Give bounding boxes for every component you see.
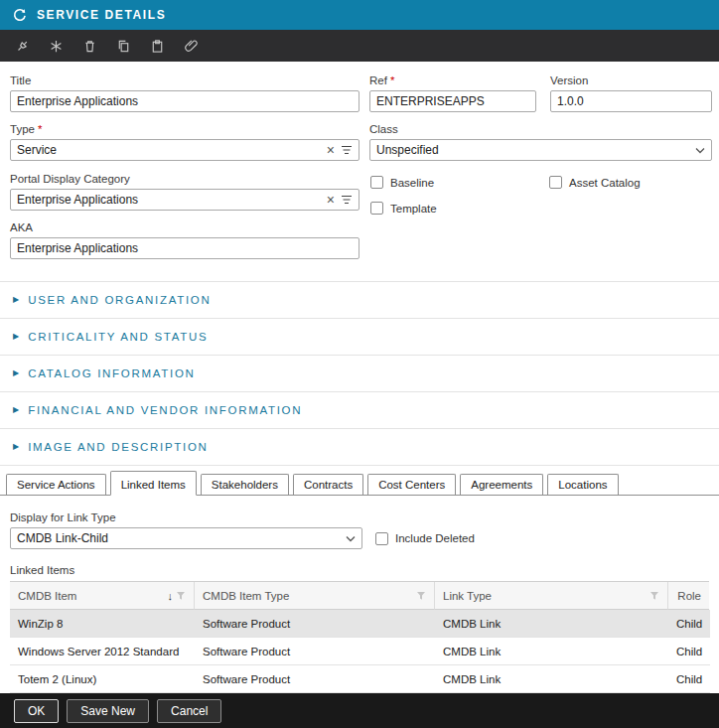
filter-icon[interactable] (649, 591, 659, 601)
link-type-select[interactable]: CMDB Link-Child (10, 527, 362, 549)
copy-icon[interactable] (116, 39, 131, 54)
required-marker: * (38, 123, 42, 135)
version-input[interactable] (550, 90, 712, 112)
table-row[interactable]: WinZip 8 Software Product CMDB Link Chil… (10, 610, 709, 638)
paste-icon[interactable] (150, 39, 165, 54)
portal-display-category-combo[interactable]: Enterprise Applications × (10, 189, 360, 211)
asset-catalog-label: Asset Catalog (569, 177, 641, 189)
cell-link-type[interactable]: CMDB Link (435, 638, 668, 665)
refresh-icon[interactable] (12, 8, 27, 23)
clear-icon[interactable]: × (327, 193, 335, 207)
cell-link-type[interactable]: CMDB Link (435, 610, 668, 638)
form-area: Title Ref* Version Type* Service × Class… (0, 62, 719, 281)
class-label: Class (369, 123, 712, 135)
aka-input[interactable] (10, 237, 360, 259)
list-filter-icon[interactable] (341, 144, 353, 156)
pin-icon[interactable] (15, 39, 30, 54)
column-header-cmdb-item-type[interactable]: CMDB Item Type (195, 582, 435, 610)
tab-locations[interactable]: Locations (547, 474, 618, 495)
clear-icon[interactable]: × (327, 143, 335, 157)
sort-desc-icon: ↓ (168, 590, 174, 602)
column-header-cmdb-item[interactable]: CMDB Item ↓ (10, 582, 195, 610)
link-type-value: CMDB Link-Child (17, 531, 340, 545)
footer-bar: OK Save New Cancel (0, 693, 719, 728)
column-header-link-type[interactable]: Link Type (435, 582, 668, 610)
toolbar (0, 30, 719, 62)
filter-icon[interactable] (176, 591, 186, 601)
asset-catalog-checkbox[interactable] (549, 176, 562, 189)
linked-items-label: Linked Items (10, 564, 719, 576)
baseline-label: Baseline (390, 177, 434, 189)
chevron-down-icon (695, 147, 705, 154)
ok-button[interactable]: OK (14, 699, 59, 723)
baseline-checkbox-row: Baseline (370, 176, 434, 189)
tab-stakeholders[interactable]: Stakeholders (201, 474, 289, 495)
link-type-label: Display for Link Type (10, 511, 719, 523)
ref-label: Ref* (369, 74, 536, 86)
class-value: Unspecified (376, 143, 689, 157)
section-financial-and-vendor-information[interactable]: ▶ FINANCIAL AND VENDOR INFORMATION (0, 391, 719, 428)
cell-cmdb-item[interactable]: WinZip 8 (10, 610, 195, 638)
version-label: Version (550, 74, 712, 86)
cell-role[interactable]: Child (668, 665, 710, 693)
collapsible-sections: ▶ USER AND ORGANIZATION ▶ CRITICALITY AN… (0, 281, 719, 466)
attachment-icon[interactable] (184, 39, 199, 54)
title-input[interactable] (10, 90, 360, 112)
column-header-role[interactable]: Role (668, 582, 709, 610)
section-criticality-and-status[interactable]: ▶ CRITICALITY AND STATUS (0, 318, 719, 355)
save-new-button[interactable]: Save New (67, 699, 149, 723)
type-value: Service (17, 143, 321, 157)
cell-cmdb-item-type[interactable]: Software Product (195, 665, 435, 693)
portal-display-category-value: Enterprise Applications (17, 193, 321, 207)
filter-icon[interactable] (416, 591, 426, 601)
tab-bar: Service Actions Linked Items Stakeholder… (0, 470, 719, 496)
delete-icon[interactable] (82, 39, 97, 54)
titlebar: SERVICE DETAILS (0, 0, 719, 30)
tab-cost-centers[interactable]: Cost Centers (367, 474, 456, 495)
cell-role[interactable]: Child (668, 610, 710, 638)
class-select[interactable]: Unspecified (369, 139, 712, 161)
type-label: Type* (10, 123, 360, 135)
expand-icon: ▶ (13, 406, 19, 414)
table-row[interactable]: Totem 2 (Linux) Software Product CMDB Li… (10, 665, 709, 693)
template-checkbox-row: Template (370, 202, 437, 215)
cell-cmdb-item[interactable]: Totem 2 (Linux) (10, 665, 195, 693)
expand-icon: ▶ (13, 443, 19, 451)
section-image-and-description[interactable]: ▶ IMAGE AND DESCRIPTION (0, 428, 719, 465)
tab-linked-items[interactable]: Linked Items (110, 471, 197, 496)
asset-catalog-checkbox-row: Asset Catalog (549, 176, 641, 189)
cell-cmdb-item-type[interactable]: Software Product (195, 638, 435, 665)
expand-icon: ▶ (13, 296, 19, 304)
cell-cmdb-item-type[interactable]: Software Product (195, 610, 435, 638)
linked-items-table: CMDB Item ↓ CMDB Item Type Link Type (10, 581, 709, 693)
tab-contracts[interactable]: Contracts (293, 474, 363, 495)
include-deleted-label: Include Deleted (395, 532, 475, 544)
list-filter-icon[interactable] (341, 194, 353, 206)
template-label: Template (390, 203, 437, 215)
cell-role[interactable]: Child (668, 638, 710, 665)
aka-label: AKA (10, 221, 360, 233)
cell-link-type[interactable]: CMDB Link (435, 665, 668, 693)
baseline-checkbox[interactable] (370, 176, 383, 189)
type-combo[interactable]: Service × (10, 139, 360, 161)
title-label: Title (10, 74, 360, 86)
tab-service-actions[interactable]: Service Actions (6, 474, 106, 495)
expand-icon: ▶ (13, 333, 19, 341)
table-header-row: CMDB Item ↓ CMDB Item Type Link Type (10, 582, 709, 610)
table-row[interactable]: Windows Server 2012 Standard Software Pr… (10, 638, 709, 665)
include-deleted-row: Include Deleted (375, 532, 475, 545)
required-marker: * (390, 74, 394, 86)
section-user-and-organization[interactable]: ▶ USER AND ORGANIZATION (0, 281, 719, 318)
section-catalog-information[interactable]: ▶ CATALOG INFORMATION (0, 355, 719, 391)
page-title: SERVICE DETAILS (37, 8, 166, 22)
linked-items-panel: Display for Link Type CMDB Link-Child In… (0, 496, 719, 693)
cancel-button[interactable]: Cancel (157, 699, 221, 723)
cell-cmdb-item[interactable]: Windows Server 2012 Standard (10, 638, 195, 665)
ref-input[interactable] (369, 90, 536, 112)
include-deleted-checkbox[interactable] (375, 532, 388, 545)
tab-agreements[interactable]: Agreements (460, 474, 543, 495)
snowflake-icon[interactable] (49, 39, 64, 54)
expand-icon: ▶ (13, 369, 19, 377)
portal-display-category-label: Portal Display Category (10, 173, 360, 185)
template-checkbox[interactable] (370, 202, 383, 215)
